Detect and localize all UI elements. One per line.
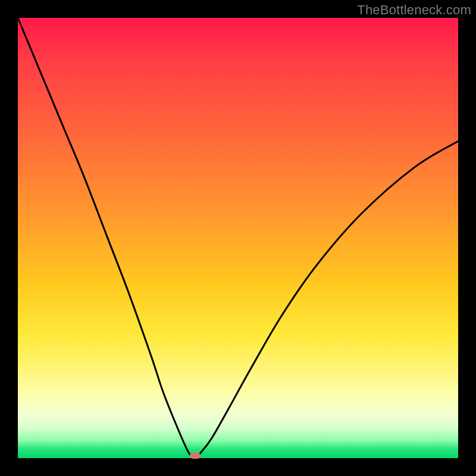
plot-area: [18, 18, 458, 458]
bottleneck-curve: [18, 18, 458, 458]
watermark-text: TheBottleneck.com: [357, 2, 471, 18]
chart-frame: TheBottleneck.com: [0, 0, 476, 476]
minimum-marker: [190, 453, 201, 459]
